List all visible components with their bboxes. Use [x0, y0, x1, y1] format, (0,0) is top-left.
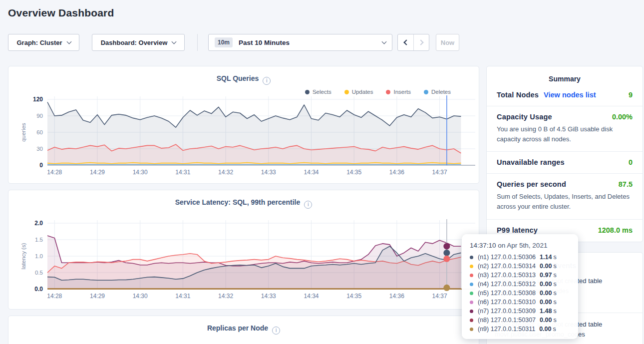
node-latency-unit: s	[553, 308, 556, 315]
qps-desc: Sum of Selects, Updates, Inserts, and De…	[497, 192, 633, 212]
view-nodes-list-link[interactable]: View nodes list	[544, 91, 596, 99]
node-latency-value: 0.00	[540, 299, 552, 306]
selects-dot-icon	[305, 90, 310, 94]
svg-text:14:34: 14:34	[304, 169, 319, 176]
service-latency-title-text: Service Latency: SQL, 99th percentile	[175, 198, 301, 206]
svg-text:2.0: 2.0	[34, 220, 43, 227]
chevron-down-icon	[172, 39, 177, 44]
time-range-badge: 10m	[215, 37, 233, 47]
node-series-dot-icon	[470, 319, 473, 322]
svg-text:60: 60	[36, 129, 43, 135]
deletes-dot-icon	[424, 90, 428, 94]
svg-text:1.0: 1.0	[35, 253, 43, 259]
node-latency-value: 0.00	[540, 317, 552, 324]
node-series-dot-icon	[470, 283, 473, 286]
replicas-title-text: Replicas per Node	[207, 324, 268, 332]
svg-text:0.0: 0.0	[34, 286, 43, 293]
qps-value: 87.5	[619, 180, 633, 188]
svg-text:14:37: 14:37	[432, 169, 447, 176]
qps-label: Queries per second	[497, 180, 566, 188]
svg-text:14:31: 14:31	[175, 169, 190, 176]
sql-queries-chart[interactable]: 14:2814:2914:3014:3114:3214:3314:3414:35…	[8, 92, 480, 180]
svg-text:14:32: 14:32	[218, 293, 233, 300]
node-latency-unit: s	[553, 254, 556, 261]
service-latency-title: Service Latency: SQL, 99th percentilei	[8, 198, 479, 209]
capacity-usage-desc: You are using 0 B of 4.5 GiB usable disk…	[497, 124, 633, 144]
time-step-forward-button[interactable]	[413, 34, 429, 50]
graph-scope-label: Graph: Cluster	[16, 39, 62, 46]
node-address-label: (n2) 127.0.0.1:50314	[478, 263, 536, 270]
node-latency-unit: s	[553, 299, 556, 306]
svg-text:14:28: 14:28	[47, 169, 62, 176]
service-latency-panel: Service Latency: SQL, 99th percentilei 1…	[8, 190, 479, 310]
svg-text:14:33: 14:33	[261, 169, 276, 176]
legend-label: Selects	[313, 89, 331, 95]
tooltip-node-row: (n8) 127.0.0.1:50307 0.00 s	[470, 316, 570, 325]
node-latency-unit: s	[553, 281, 556, 288]
dashboard-label: Dashboard: Overview	[101, 39, 168, 46]
time-step-buttons	[397, 34, 429, 51]
node-latency-value: 0.00	[540, 281, 552, 288]
svg-text:queries: queries	[20, 123, 26, 142]
tooltip-node-row: (n5) 127.0.0.1:50308 0.00 s	[470, 289, 570, 298]
svg-text:90: 90	[36, 113, 43, 119]
capacity-usage-value: 0.00%	[612, 113, 633, 121]
node-latency-value: 0.97	[540, 272, 552, 279]
inserts-dot-icon	[386, 90, 390, 94]
node-latency-value: 1.48	[540, 308, 552, 315]
svg-text:14:29: 14:29	[90, 293, 105, 300]
replicas-title: Replicas per Nodei	[8, 324, 479, 335]
sql-queries-title: SQL Queriesi	[8, 74, 479, 85]
graph-scope-dropdown[interactable]: Graph: Cluster	[8, 34, 79, 51]
time-step-back-button[interactable]	[398, 34, 413, 50]
time-range-dropdown[interactable]: 10m Past 10 Minutes	[208, 34, 392, 51]
info-icon[interactable]: i	[263, 77, 271, 85]
dashboard-dropdown[interactable]: Dashboard: Overview	[92, 34, 185, 51]
total-nodes-value: 9	[629, 91, 633, 99]
chart-hover-tooltip: 14:37:10 on Apr 5th, 2021 (n1) 127.0.0.1…	[462, 234, 578, 339]
summary-row-unavailable: Unavailable ranges 0	[487, 152, 643, 174]
node-latency-value: 1.14	[540, 254, 552, 261]
node-series-dot-icon	[470, 274, 473, 277]
legend-item-selects: Selects	[305, 89, 331, 95]
info-icon[interactable]: i	[272, 327, 280, 335]
updates-dot-icon	[344, 90, 349, 94]
svg-text:30: 30	[36, 146, 43, 152]
node-series-dot-icon	[470, 310, 473, 313]
svg-text:14:34: 14:34	[304, 293, 319, 300]
tooltip-timestamp: 14:37:10 on Apr 5th, 2021	[470, 242, 570, 249]
chevron-right-icon	[418, 39, 423, 45]
node-latency-value: 0.00	[539, 326, 551, 333]
svg-text:14:29: 14:29	[90, 169, 105, 176]
svg-text:14:35: 14:35	[346, 293, 361, 300]
svg-text:14:30: 14:30	[133, 293, 148, 300]
info-icon[interactable]: i	[304, 201, 312, 209]
node-address-label: (n3) 127.0.0.1:50313	[478, 272, 536, 279]
node-address-label: (n5) 127.0.0.1:50308	[478, 290, 536, 297]
node-series-dot-icon	[470, 328, 473, 331]
now-button[interactable]: Now	[436, 34, 459, 51]
node-address-label: (n6) 127.0.0.1:50310	[478, 299, 536, 306]
chevron-left-icon	[403, 39, 409, 45]
unavailable-ranges-value: 0	[629, 158, 633, 166]
node-latency-unit: s	[553, 272, 556, 279]
legend-label: Inserts	[393, 89, 411, 95]
capacity-usage-label: Capacity Usage	[497, 113, 552, 121]
service-latency-chart[interactable]: 14:2814:2914:3014:3114:3214:3314:3414:35…	[8, 216, 480, 304]
tooltip-node-row: (n4) 127.0.0.1:50312 0.00 s	[470, 280, 570, 289]
tooltip-node-row: (n3) 127.0.0.1:50313 0.97 s	[470, 271, 570, 280]
p99-latency-value: 1208.0 ms	[598, 226, 633, 234]
legend-label: Updates	[352, 89, 373, 95]
node-address-label: (n1) 127.0.0.1:50306	[478, 254, 536, 261]
legend-item-deletes: Deletes	[424, 89, 451, 95]
node-latency-value: 0.00	[540, 290, 552, 297]
svg-text:14:35: 14:35	[346, 169, 361, 176]
tooltip-date: on Apr 5th, 2021	[496, 242, 548, 249]
node-latency-unit: s	[553, 326, 556, 333]
legend-item-updates: Updates	[344, 89, 373, 95]
svg-text:14:33: 14:33	[261, 293, 276, 300]
svg-text:14:31: 14:31	[175, 293, 190, 300]
sql-queries-title-text: SQL Queries	[217, 74, 259, 82]
svg-text:14:28: 14:28	[47, 293, 62, 300]
replicas-panel: Replicas per Nodei	[8, 316, 479, 344]
